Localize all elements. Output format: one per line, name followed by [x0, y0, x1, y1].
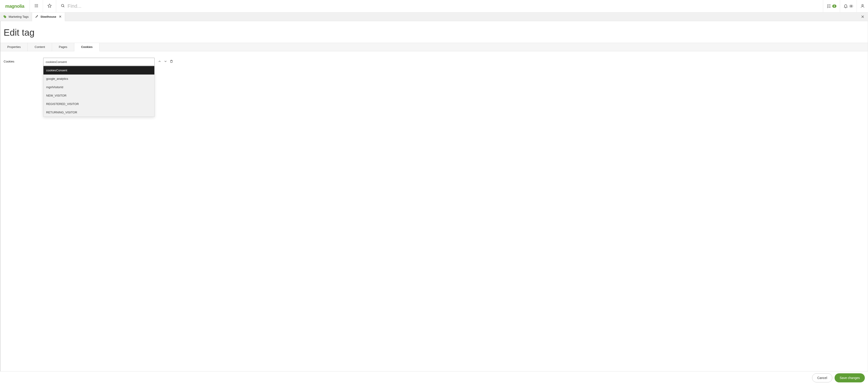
- move-up-button[interactable]: [158, 60, 161, 63]
- svg-point-2: [37, 4, 38, 5]
- svg-point-7: [36, 6, 37, 7]
- user-icon: [860, 4, 865, 9]
- chevron-up-icon: [158, 60, 161, 63]
- cookies-row-actions: [155, 58, 173, 63]
- svg-point-8: [37, 6, 38, 7]
- delete-button[interactable]: [169, 60, 173, 63]
- pencil-icon: [35, 14, 39, 19]
- close-icon: ✕: [861, 14, 864, 19]
- tag-icon: [3, 15, 7, 19]
- cancel-button[interactable]: Cancel: [812, 373, 833, 382]
- dropdown-option[interactable]: mgnlVisitorId: [43, 83, 154, 91]
- form-tab-cookies[interactable]: Cookies: [74, 43, 100, 51]
- notifications-button[interactable]: 0: [840, 0, 857, 12]
- star-icon: [47, 3, 52, 9]
- favorites-button[interactable]: [43, 0, 56, 12]
- tasks-count-badge: 0: [832, 4, 836, 8]
- global-search[interactable]: [56, 3, 823, 9]
- svg-point-6: [35, 6, 35, 7]
- page-title: Edit tag: [0, 21, 868, 43]
- cookies-dropdown: cookiesConsentgoogle_analyticsmgnlVisito…: [43, 66, 155, 117]
- cookies-combo-wrapper: cookiesConsent cookiesConsentgoogle_anal…: [43, 58, 155, 66]
- search-icon: [61, 4, 65, 9]
- move-down-button[interactable]: [164, 60, 167, 63]
- cookies-label: Cookies: [4, 58, 43, 63]
- svg-line-11: [63, 6, 64, 7]
- search-input[interactable]: [67, 3, 818, 9]
- app-header: magnolia: [0, 0, 868, 12]
- dropdown-option[interactable]: RETURNING_VISITOR: [43, 108, 154, 117]
- dropdown-option[interactable]: NEW_VISITOR: [43, 91, 154, 100]
- action-bar: Cancel Save changes: [0, 371, 868, 384]
- app-tab-back-label: Marketing Tags: [9, 15, 29, 19]
- app-tab-active-label: Steelhouse: [40, 15, 56, 19]
- cookies-row: Cookies cookiesConsent cookiesConsentgoo…: [4, 58, 865, 66]
- svg-point-4: [36, 5, 37, 6]
- dropdown-option[interactable]: cookiesConsent: [43, 66, 154, 74]
- svg-point-10: [61, 4, 64, 7]
- form-tab-content[interactable]: Content: [28, 43, 52, 51]
- form-body: Cookies cookiesConsent cookiesConsentgoo…: [0, 51, 868, 75]
- svg-point-5: [37, 5, 38, 6]
- save-button[interactable]: Save changes: [835, 373, 865, 382]
- close-tab-icon[interactable]: ✕: [59, 15, 62, 19]
- cookies-combobox[interactable]: cookiesConsent: [43, 58, 155, 66]
- bell-icon: [843, 4, 848, 9]
- app-tab-back[interactable]: Marketing Tags: [0, 12, 32, 21]
- svg-point-0: [35, 4, 35, 5]
- trash-icon: [169, 60, 173, 63]
- svg-marker-9: [48, 4, 51, 7]
- user-menu-button[interactable]: [857, 0, 868, 12]
- app-tab-active[interactable]: Steelhouse ✕: [32, 12, 65, 21]
- app-tab-bar: Marketing Tags Steelhouse ✕ ✕: [0, 12, 868, 21]
- form-tab-pages[interactable]: Pages: [52, 43, 74, 51]
- header-right: 0 0: [823, 0, 868, 12]
- brand-name: magnolia: [5, 4, 24, 9]
- svg-point-1: [36, 4, 37, 5]
- close-app-button[interactable]: ✕: [857, 12, 868, 21]
- svg-point-3: [35, 5, 35, 6]
- tasks-button[interactable]: 0: [823, 0, 840, 12]
- app-launcher-button[interactable]: [30, 0, 43, 12]
- svg-point-15: [862, 4, 863, 6]
- apps-grid-icon: [34, 4, 38, 9]
- brand-logo[interactable]: magnolia: [0, 0, 30, 12]
- dropdown-option[interactable]: google_analytics: [43, 74, 154, 83]
- notifications-count-badge: 0: [849, 4, 853, 8]
- form-tab-properties[interactable]: Properties: [0, 43, 28, 51]
- chevron-down-icon: [164, 60, 167, 63]
- cookies-combobox-value: cookiesConsent: [46, 60, 67, 64]
- svg-point-16: [4, 16, 4, 17]
- detail-panel: Edit tag PropertiesContentPagesCookies C…: [0, 21, 868, 371]
- tasks-icon: [827, 4, 831, 9]
- dropdown-option[interactable]: REGISTERED_VISITOR: [43, 100, 154, 108]
- form-tabs: PropertiesContentPagesCookies: [0, 43, 868, 51]
